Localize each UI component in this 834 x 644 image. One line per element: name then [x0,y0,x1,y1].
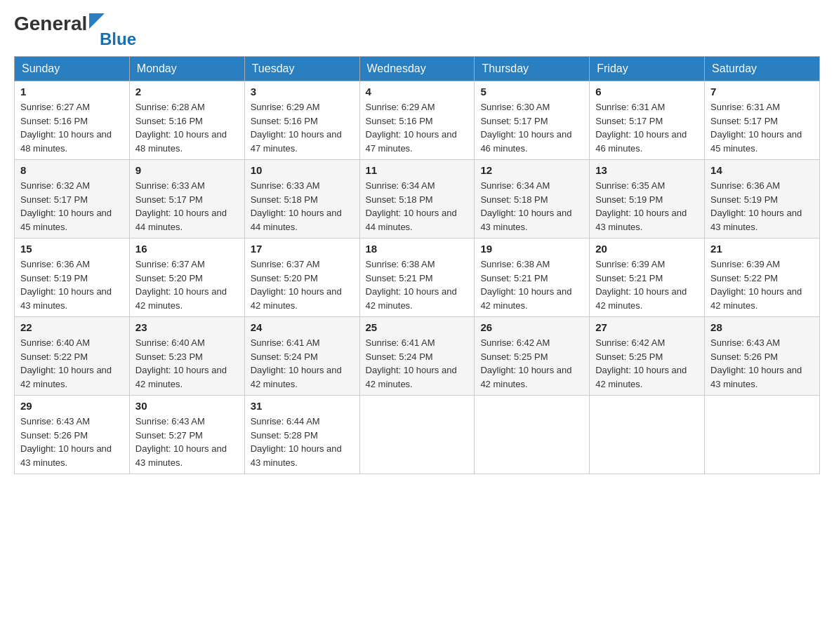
day-number: 24 [251,321,354,333]
calendar-day-cell [359,396,475,474]
day-number: 1 [20,86,124,98]
calendar-day-cell: 14 Sunrise: 6:36 AM Sunset: 5:19 PM Dayl… [705,160,820,239]
calendar-day-cell: 20 Sunrise: 6:39 AM Sunset: 5:21 PM Dayl… [590,239,705,317]
calendar-day-cell: 13 Sunrise: 6:35 AM Sunset: 5:19 PM Dayl… [590,160,705,239]
day-number: 21 [710,243,814,255]
day-info: Sunrise: 6:38 AM Sunset: 5:21 PM Dayligh… [366,257,469,312]
weekday-header-wednesday: Wednesday [359,57,475,81]
day-info: Sunrise: 6:29 AM Sunset: 5:16 PM Dayligh… [366,100,469,155]
day-number: 22 [20,321,124,333]
logo-triangle-icon [89,13,105,29]
calendar-day-cell [590,396,705,474]
day-info: Sunrise: 6:44 AM Sunset: 5:28 PM Dayligh… [251,415,354,469]
day-number: 13 [595,164,699,176]
calendar-day-cell: 17 Sunrise: 6:37 AM Sunset: 5:20 PM Dayl… [244,239,359,317]
calendar-day-cell: 18 Sunrise: 6:38 AM Sunset: 5:21 PM Dayl… [359,239,475,317]
day-number: 4 [366,86,469,98]
day-info: Sunrise: 6:37 AM Sunset: 5:20 PM Dayligh… [135,257,239,312]
day-info: Sunrise: 6:28 AM Sunset: 5:16 PM Dayligh… [135,100,239,155]
calendar-week-row: 29 Sunrise: 6:43 AM Sunset: 5:26 PM Dayl… [15,396,820,474]
day-info: Sunrise: 6:35 AM Sunset: 5:19 PM Dayligh… [595,179,699,234]
calendar-day-cell: 25 Sunrise: 6:41 AM Sunset: 5:24 PM Dayl… [359,317,475,396]
calendar-day-cell: 21 Sunrise: 6:39 AM Sunset: 5:22 PM Dayl… [705,239,820,317]
calendar-day-cell: 19 Sunrise: 6:38 AM Sunset: 5:21 PM Dayl… [475,239,590,317]
day-info: Sunrise: 6:40 AM Sunset: 5:22 PM Dayligh… [20,336,124,391]
calendar-day-cell: 3 Sunrise: 6:29 AM Sunset: 5:16 PM Dayli… [244,81,359,160]
weekday-header-friday: Friday [590,57,705,81]
day-info: Sunrise: 6:36 AM Sunset: 5:19 PM Dayligh… [710,179,814,234]
day-number: 12 [480,164,583,176]
day-info: Sunrise: 6:43 AM Sunset: 5:26 PM Dayligh… [20,415,124,469]
calendar-day-cell: 5 Sunrise: 6:30 AM Sunset: 5:17 PM Dayli… [475,81,590,160]
day-info: Sunrise: 6:30 AM Sunset: 5:17 PM Dayligh… [480,100,583,155]
calendar-day-cell: 11 Sunrise: 6:34 AM Sunset: 5:18 PM Dayl… [359,160,475,239]
day-number: 31 [251,400,354,412]
calendar-day-cell: 2 Sunrise: 6:28 AM Sunset: 5:16 PM Dayli… [129,81,244,160]
day-info: Sunrise: 6:33 AM Sunset: 5:18 PM Dayligh… [251,179,354,234]
day-number: 3 [251,86,354,98]
day-number: 8 [20,164,124,176]
day-info: Sunrise: 6:41 AM Sunset: 5:24 PM Dayligh… [366,336,469,391]
calendar-day-cell: 15 Sunrise: 6:36 AM Sunset: 5:19 PM Dayl… [15,239,130,317]
day-info: Sunrise: 6:37 AM Sunset: 5:20 PM Dayligh… [251,257,354,312]
day-info: Sunrise: 6:43 AM Sunset: 5:27 PM Dayligh… [135,415,239,469]
calendar-day-cell: 9 Sunrise: 6:33 AM Sunset: 5:17 PM Dayli… [129,160,244,239]
calendar-week-row: 1 Sunrise: 6:27 AM Sunset: 5:16 PM Dayli… [15,81,820,160]
day-number: 15 [20,243,124,255]
calendar-day-cell: 6 Sunrise: 6:31 AM Sunset: 5:17 PM Dayli… [590,81,705,160]
weekday-header-tuesday: Tuesday [244,57,359,81]
day-number: 16 [135,243,239,255]
calendar-day-cell: 8 Sunrise: 6:32 AM Sunset: 5:17 PM Dayli… [15,160,130,239]
day-info: Sunrise: 6:42 AM Sunset: 5:25 PM Dayligh… [480,336,583,391]
day-info: Sunrise: 6:39 AM Sunset: 5:21 PM Dayligh… [595,257,699,312]
calendar-day-cell: 31 Sunrise: 6:44 AM Sunset: 5:28 PM Dayl… [244,396,359,474]
weekday-header-thursday: Thursday [475,57,590,81]
calendar-day-cell: 7 Sunrise: 6:31 AM Sunset: 5:17 PM Dayli… [705,81,820,160]
day-info: Sunrise: 6:32 AM Sunset: 5:17 PM Dayligh… [20,179,124,234]
weekday-header-monday: Monday [129,57,244,81]
calendar-header-row: SundayMondayTuesdayWednesdayThursdayFrid… [15,57,820,81]
day-number: 18 [366,243,469,255]
day-number: 11 [366,164,469,176]
calendar-table: SundayMondayTuesdayWednesdayThursdayFrid… [14,56,820,474]
day-info: Sunrise: 6:34 AM Sunset: 5:18 PM Dayligh… [366,179,469,234]
day-info: Sunrise: 6:41 AM Sunset: 5:24 PM Dayligh… [251,336,354,391]
calendar-day-cell [475,396,590,474]
day-number: 26 [480,321,583,333]
logo: General Blue [14,14,136,49]
day-number: 17 [251,243,354,255]
day-number: 30 [135,400,239,412]
day-number: 6 [595,86,699,98]
day-info: Sunrise: 6:42 AM Sunset: 5:25 PM Dayligh… [595,336,699,391]
day-info: Sunrise: 6:29 AM Sunset: 5:16 PM Dayligh… [251,100,354,155]
day-number: 27 [595,321,699,333]
day-info: Sunrise: 6:38 AM Sunset: 5:21 PM Dayligh… [480,257,583,312]
calendar-week-row: 8 Sunrise: 6:32 AM Sunset: 5:17 PM Dayli… [15,160,820,239]
svg-marker-0 [89,13,105,29]
day-info: Sunrise: 6:27 AM Sunset: 5:16 PM Dayligh… [20,100,124,155]
calendar-day-cell: 10 Sunrise: 6:33 AM Sunset: 5:18 PM Dayl… [244,160,359,239]
calendar-week-row: 22 Sunrise: 6:40 AM Sunset: 5:22 PM Dayl… [15,317,820,396]
day-number: 5 [480,86,583,98]
day-info: Sunrise: 6:31 AM Sunset: 5:17 PM Dayligh… [710,100,814,155]
day-number: 25 [366,321,469,333]
calendar-day-cell: 16 Sunrise: 6:37 AM Sunset: 5:20 PM Dayl… [129,239,244,317]
calendar-day-cell: 23 Sunrise: 6:40 AM Sunset: 5:23 PM Dayl… [129,317,244,396]
day-number: 10 [251,164,354,176]
day-info: Sunrise: 6:39 AM Sunset: 5:22 PM Dayligh… [710,257,814,312]
day-info: Sunrise: 6:31 AM Sunset: 5:17 PM Dayligh… [595,100,699,155]
day-info: Sunrise: 6:40 AM Sunset: 5:23 PM Dayligh… [135,336,239,391]
day-info: Sunrise: 6:33 AM Sunset: 5:17 PM Dayligh… [135,179,239,234]
logo-blue: Blue [100,29,136,48]
calendar-day-cell: 27 Sunrise: 6:42 AM Sunset: 5:25 PM Dayl… [590,317,705,396]
day-info: Sunrise: 6:36 AM Sunset: 5:19 PM Dayligh… [20,257,124,312]
day-info: Sunrise: 6:43 AM Sunset: 5:26 PM Dayligh… [710,336,814,391]
calendar-day-cell: 12 Sunrise: 6:34 AM Sunset: 5:18 PM Dayl… [475,160,590,239]
calendar-day-cell: 26 Sunrise: 6:42 AM Sunset: 5:25 PM Dayl… [475,317,590,396]
weekday-header-saturday: Saturday [705,57,820,81]
day-number: 28 [710,321,814,333]
calendar-week-row: 15 Sunrise: 6:36 AM Sunset: 5:19 PM Dayl… [15,239,820,317]
day-number: 29 [20,400,124,412]
day-number: 9 [135,164,239,176]
day-number: 23 [135,321,239,333]
